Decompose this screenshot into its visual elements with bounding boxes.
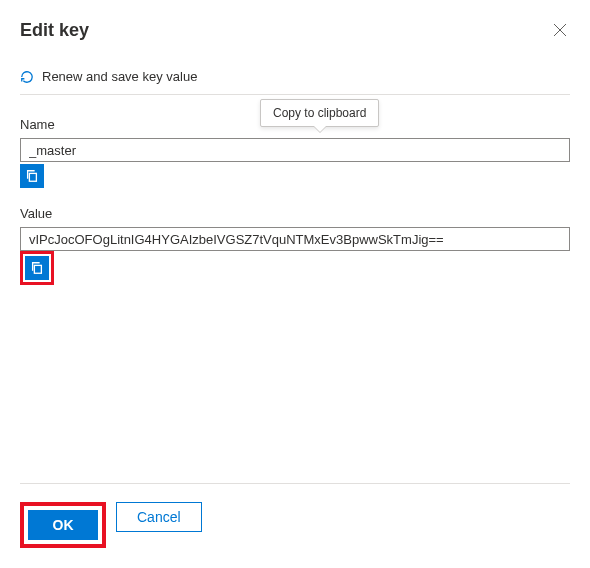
copy-value-button[interactable] bbox=[25, 256, 49, 280]
name-field-group: Copy to clipboard Name bbox=[20, 117, 570, 188]
dialog-header: Edit key bbox=[20, 20, 570, 41]
ok-button[interactable]: OK bbox=[28, 510, 98, 540]
copy-icon bbox=[30, 261, 44, 275]
highlight-annotation bbox=[20, 251, 54, 285]
close-button[interactable] bbox=[550, 20, 570, 40]
dialog-title: Edit key bbox=[20, 20, 89, 41]
svg-rect-2 bbox=[29, 173, 36, 181]
value-label: Value bbox=[20, 206, 570, 221]
copy-tooltip: Copy to clipboard bbox=[260, 99, 379, 127]
refresh-icon[interactable] bbox=[20, 70, 34, 84]
close-icon bbox=[553, 23, 567, 37]
cancel-button[interactable]: Cancel bbox=[116, 502, 202, 532]
renew-label[interactable]: Renew and save key value bbox=[42, 69, 197, 84]
svg-rect-3 bbox=[34, 265, 41, 273]
dialog-footer: OK Cancel bbox=[20, 483, 570, 548]
copy-name-button[interactable] bbox=[20, 164, 44, 188]
edit-key-dialog: Edit key Renew and save key value Copy t… bbox=[0, 0, 590, 568]
value-input[interactable] bbox=[20, 227, 570, 251]
toolbar: Renew and save key value bbox=[20, 69, 570, 95]
highlight-annotation: OK bbox=[20, 502, 106, 548]
name-input[interactable] bbox=[20, 138, 570, 162]
copy-icon bbox=[25, 169, 39, 183]
tooltip-text: Copy to clipboard bbox=[273, 106, 366, 120]
spacer bbox=[20, 303, 570, 483]
value-field-group: Value bbox=[20, 206, 570, 285]
